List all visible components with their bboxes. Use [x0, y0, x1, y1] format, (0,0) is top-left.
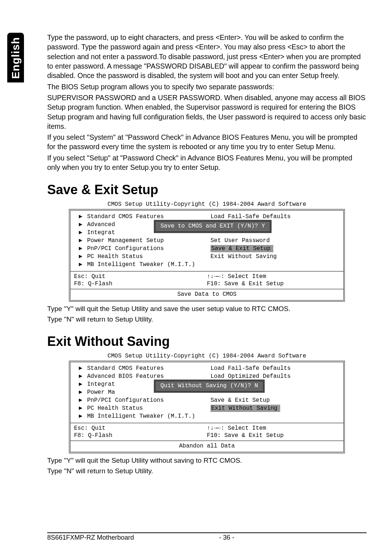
menu-item[interactable]: ▶Standard CMOS Features: [74, 213, 203, 221]
key-hint: Esc: Quit: [74, 273, 207, 280]
after-text-2a: Type "Y" will quit the Setup Utility wit…: [47, 456, 367, 465]
triangle-icon: ▶: [74, 213, 87, 221]
intro-para-3: SUPERVISOR PASSWORD and a USER PASSWORD.…: [47, 93, 367, 131]
menu-item[interactable]: Set User Password: [211, 237, 340, 245]
key-hint: F8: Q-Flash: [74, 432, 207, 439]
menu-item-selected[interactable]: Save & Exit Setup: [211, 245, 340, 253]
bios-keys-2: Esc: Quit F8: Q-Flash ↑↓→←: Select Item …: [70, 423, 343, 441]
bios-status-1: Save Data to CMOS: [70, 289, 343, 300]
bios-box-2: ▶Standard CMOS Features ▶Advanced BIOS F…: [69, 361, 345, 453]
menu-item[interactable]: Load Optimized Defaults: [211, 372, 340, 380]
menu-item[interactable]: ▶PnP/PCI Configurations: [74, 396, 203, 404]
menu-item[interactable]: Exit Without Saving: [211, 253, 340, 261]
triangle-icon: ▶: [74, 405, 87, 413]
triangle-icon: ▶: [74, 397, 87, 405]
menu-item[interactable]: Save & Exit Setup: [211, 396, 340, 404]
key-hint: Esc: Quit: [74, 425, 207, 432]
section-title-save-exit: Save & Exit Setup: [47, 182, 367, 197]
triangle-icon: ▶: [74, 253, 87, 261]
bios-box-1: ▶Standard CMOS Features ▶Advanced ▶Integ…: [69, 209, 345, 302]
triangle-icon: ▶: [74, 229, 87, 237]
bios-header-2: CMOS Setup Utility-Copyright (C) 1984-20…: [47, 353, 367, 359]
menu-item[interactable]: Load Fail-Safe Defaults: [211, 364, 340, 372]
triangle-icon: ▶: [74, 261, 87, 269]
intro-para-5: If you select "Setup" at "Password Check…: [47, 153, 367, 172]
triangle-icon: ▶: [74, 245, 87, 253]
menu-item[interactable]: ▶MB Intelligent Tweaker (M.I.T.): [74, 412, 203, 420]
triangle-icon: ▶: [74, 413, 87, 421]
intro-text: Type the password, up to eight character…: [47, 33, 367, 172]
triangle-icon: ▶: [74, 221, 87, 229]
triangle-icon: ▶: [74, 237, 87, 245]
triangle-icon: ▶: [74, 373, 87, 381]
page-footer: 8S661FXMP-RZ Motherboard - 36 -: [47, 532, 367, 541]
key-hint: F8: Q-Flash: [74, 280, 207, 287]
menu-item[interactable]: Load Fail-Safe Defaults: [211, 213, 340, 221]
menu-item[interactable]: ▶PnP/PCI Configurations: [74, 245, 203, 253]
intro-para-4: If you select "System" at "Password Chec…: [47, 132, 367, 152]
bios-header-1: CMOS Setup Utility-Copyright (C) 1984-20…: [47, 201, 367, 208]
triangle-icon: ▶: [74, 389, 87, 397]
menu-item[interactable]: ▶Advanced BIOS Features: [74, 372, 203, 380]
save-dialog[interactable]: Save to CMOS and EXIT (Y/N)? Y: [154, 220, 271, 233]
bios-keys-1: Esc: Quit F8: Q-Flash ↑↓→←: Select Item …: [70, 271, 343, 289]
after-text-1a: Type "Y" will quit the Setup Utility and…: [47, 304, 367, 314]
triangle-icon: ▶: [74, 381, 87, 389]
after-text-2b: Type "N" will return to Setup Utility.: [47, 467, 367, 476]
bios-status-2: Abandon all Data: [70, 441, 343, 452]
footer-page-number: - 36 -: [87, 534, 367, 541]
menu-item[interactable]: ▶Standard CMOS Features: [74, 364, 203, 372]
key-hint: F10: Save & Exit Setup: [207, 280, 340, 287]
intro-para-2: The BIOS Setup program allows you to spe…: [47, 82, 367, 91]
menu-item[interactable]: ▶PC Health Status: [74, 253, 203, 261]
language-tab: English: [7, 33, 24, 82]
key-hint: F10: Save & Exit Setup: [207, 432, 340, 439]
menu-item[interactable]: ▶MB Intelligent Tweaker (M.I.T.): [74, 261, 203, 269]
after-text-1b: Type "N" will return to Setup Utility.: [47, 315, 367, 324]
menu-item[interactable]: ▶Power Management Setup: [74, 237, 203, 245]
key-hint: ↑↓→←: Select Item: [207, 425, 340, 432]
menu-item[interactable]: ▶PC Health Status: [74, 404, 203, 412]
key-hint: ↑↓→←: Select Item: [207, 273, 340, 280]
section-title-exit-without-saving: Exit Without Saving: [47, 334, 367, 349]
triangle-icon: ▶: [74, 365, 87, 373]
intro-para-1: Type the password, up to eight character…: [47, 33, 367, 81]
quit-dialog[interactable]: Quit Without Saving (Y/N)? N: [154, 380, 265, 393]
menu-item-selected[interactable]: Exit Without Saving: [211, 404, 340, 412]
